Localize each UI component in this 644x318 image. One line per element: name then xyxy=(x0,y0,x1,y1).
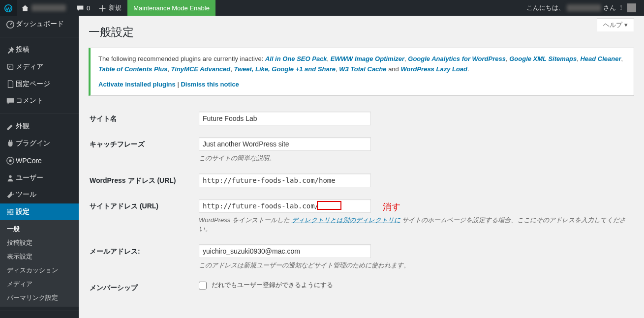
site-url-description: WordPress をインストールした ディレクトリとは別のディレクトリに サイ… xyxy=(199,216,628,233)
wp-url-label: WordPress アドレス (URL) xyxy=(90,169,198,193)
menu-easy-maintenance[interactable]: Easy Maintenance xyxy=(0,315,79,318)
tools-icon xyxy=(5,190,16,200)
annotation-kesu: 消す xyxy=(383,202,400,212)
account-item[interactable]: こんにちは、 さん ！ xyxy=(522,0,640,16)
settings-icon xyxy=(5,207,16,217)
submenu-reading[interactable]: 表示設定 xyxy=(0,250,79,263)
pushpin-icon xyxy=(5,45,16,55)
svg-point-3 xyxy=(9,159,11,162)
page-icon xyxy=(5,79,16,88)
dashboard-icon xyxy=(5,20,16,29)
settings-form: サイト名 キャッチフレーズ このサイトの簡単な説明。 WordPress アドレ… xyxy=(89,106,634,301)
plugin-link[interactable]: TinyMCE Advanced xyxy=(171,65,231,73)
submenu-media[interactable]: メディア xyxy=(0,277,79,291)
svg-rect-6 xyxy=(7,212,14,213)
menu-settings[interactable]: 設定 xyxy=(0,203,79,221)
svg-point-8 xyxy=(8,209,10,211)
plugin-link[interactable]: Table of Contents Plus xyxy=(98,65,167,73)
menu-media[interactable]: メディア xyxy=(0,58,79,76)
menu-appearance-label: 外観 xyxy=(16,122,30,131)
menu-comments[interactable]: コメント xyxy=(0,92,79,110)
menu-dashboard-label: ダッシュボード xyxy=(16,20,64,29)
svg-point-9 xyxy=(11,212,12,213)
svg-rect-5 xyxy=(7,209,14,211)
greeting-suffix: さん ！ xyxy=(603,3,624,12)
plugin-link[interactable]: EWWW Image Optimizer xyxy=(331,55,404,62)
submenu-writing[interactable]: 投稿設定 xyxy=(0,236,79,250)
maintenance-mode-button[interactable]: Maintenance Mode Enable xyxy=(127,0,215,16)
plugin-link[interactable]: All in One SEO Pack xyxy=(265,55,327,62)
wp-logo-item[interactable] xyxy=(0,0,17,16)
user-name-blurred xyxy=(567,4,601,11)
dismiss-notice-link[interactable]: Dismiss this notice xyxy=(181,81,239,88)
plugin-link[interactable]: WordPress Lazy Load xyxy=(400,65,467,73)
menu-posts-label: 投稿 xyxy=(16,45,30,54)
email-description: このアドレスは新規ユーザーの通知などサイト管理のために使われます。 xyxy=(199,261,628,270)
menu-dashboard[interactable]: ダッシュボード xyxy=(0,16,79,33)
membership-checkbox[interactable] xyxy=(199,282,207,289)
admin-menu: ダッシュボード 投稿 メディア 固定ページ コメント xyxy=(0,16,79,318)
site-url-input[interactable] xyxy=(199,199,371,213)
plus-icon xyxy=(98,3,107,12)
site-name-blurred xyxy=(31,4,66,11)
submenu-general[interactable]: 一般 xyxy=(0,222,79,236)
site-url-label: サイトアドレス (URL) xyxy=(90,194,198,238)
site-name-input[interactable] xyxy=(199,112,371,125)
menu-media-label: メディア xyxy=(16,62,43,71)
wp-url-input[interactable] xyxy=(199,173,371,187)
menu-wpcore[interactable]: WPCore xyxy=(0,152,79,169)
new-label: 新規 xyxy=(109,3,122,12)
menu-tools[interactable]: ツール xyxy=(0,186,79,203)
plugin-link[interactable]: Google XML Sitemaps xyxy=(509,55,577,62)
tagline-description: このサイトの簡単な説明。 xyxy=(199,154,628,163)
site-name-item[interactable] xyxy=(17,0,72,16)
menu-comments-label: コメント xyxy=(16,96,43,105)
help-tab[interactable]: ヘルプ xyxy=(597,18,634,31)
site-url-desc-pre: WordPress をインストールした xyxy=(199,216,290,224)
site-name-label: サイト名 xyxy=(90,107,198,131)
plugin-link[interactable]: Google Analytics for WordPress xyxy=(408,55,506,62)
plugin-link[interactable]: W3 Total Cache xyxy=(339,65,386,73)
email-label: メールアドレス: xyxy=(90,239,198,275)
home-icon xyxy=(21,3,30,12)
svg-rect-7 xyxy=(7,214,14,215)
svg-point-10 xyxy=(8,214,10,215)
submenu-discussion[interactable]: ディスカッション xyxy=(0,263,79,277)
tagline-label: キャッチフレーズ xyxy=(90,132,198,168)
menu-appearance[interactable]: 外観 xyxy=(0,118,79,135)
activate-plugins-link[interactable]: Activate installed plugins xyxy=(98,81,176,88)
site-url-desc-link[interactable]: ディレクトリとは別のディレクトリに xyxy=(292,216,400,224)
avatar xyxy=(627,3,636,12)
greeting-prefix: こんにちは、 xyxy=(526,3,565,12)
svg-point-4 xyxy=(9,175,11,177)
membership-checkbox-label[interactable]: だれでもユーザー登録ができるようにする xyxy=(199,281,333,289)
comments-item[interactable]: 0 xyxy=(72,0,94,16)
new-content-item[interactable]: 新規 xyxy=(94,0,125,16)
menu-separator xyxy=(0,37,79,37)
menu-wpcore-label: WPCore xyxy=(16,157,42,165)
menu-posts[interactable]: 投稿 xyxy=(0,41,79,58)
menu-pages[interactable]: 固定ページ xyxy=(0,75,79,92)
media-icon xyxy=(5,62,16,72)
membership-label: メンバーシップ xyxy=(90,276,198,300)
admin-bar: 0 新規 Maintenance Mode Enable こんにちは、 さん ！ xyxy=(0,0,644,16)
appearance-icon xyxy=(5,122,16,131)
users-icon xyxy=(5,173,16,182)
menu-plugins[interactable]: プラグイン xyxy=(0,135,79,152)
comment-icon xyxy=(5,96,16,106)
menu-settings-label: 設定 xyxy=(16,207,30,216)
main-content: ヘルプ 一般設定 The following recommended plugi… xyxy=(79,16,644,318)
submenu-permalinks[interactable]: パーマリンク設定 xyxy=(0,291,79,305)
plugin-notice: The following recommended plugins are cu… xyxy=(89,48,634,96)
plugin-link[interactable]: Tweet, Like, Google +1 and Share xyxy=(234,65,336,73)
menu-pages-label: 固定ページ xyxy=(16,80,50,88)
menu-separator xyxy=(0,114,79,114)
menu-users[interactable]: ユーザー xyxy=(0,169,79,186)
comment-icon xyxy=(76,3,85,12)
page-title: 一般設定 xyxy=(89,25,634,40)
email-input[interactable] xyxy=(199,244,371,258)
wpcore-icon xyxy=(5,156,16,165)
menu-tools-label: ツール xyxy=(16,190,36,199)
tagline-input[interactable] xyxy=(199,137,371,151)
plugin-link[interactable]: Head Cleaner xyxy=(580,55,621,62)
